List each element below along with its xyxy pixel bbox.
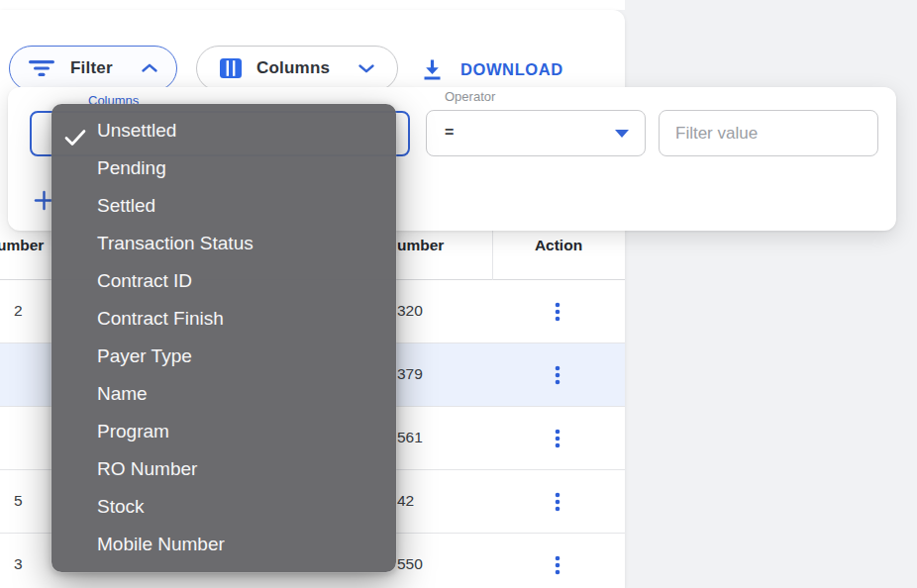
menu-item-pending[interactable]: Pending — [51, 149, 396, 187]
row-actions-button[interactable] — [549, 555, 566, 575]
operator-select[interactable]: = — [426, 110, 646, 156]
table-header-col1: umber — [0, 237, 44, 254]
menu-item-transaction-status[interactable]: Transaction Status — [51, 225, 396, 262]
row-actions-button[interactable] — [549, 492, 566, 512]
top-strip — [0, 0, 625, 10]
row-actions-button[interactable] — [549, 429, 566, 448]
screen: Filter Columns DOWNLOAD umber umber Acti… — [0, 0, 917, 588]
menu-item-label: Pending — [97, 157, 166, 178]
table-header-col2: umber — [397, 237, 444, 254]
menu-item-settled[interactable]: Settled — [51, 187, 396, 225]
table-cell: 379 — [397, 365, 423, 383]
menu-item-label: Stock — [97, 496, 145, 517]
table-cell: 320 — [397, 302, 423, 320]
table-cell: 2 — [14, 302, 23, 320]
menu-item-program[interactable]: Program — [51, 413, 396, 450]
menu-item-label: Mobile Number — [97, 534, 225, 554]
menu-item-contract-id[interactable]: Contract ID — [51, 262, 396, 300]
columns-button-label: Columns — [256, 58, 344, 78]
menu-item-name[interactable]: Name — [51, 375, 396, 413]
table-cell: 550 — [397, 555, 423, 573]
menu-item-label: Payer Type — [97, 345, 192, 366]
row-actions-button[interactable] — [549, 365, 566, 385]
menu-item-contract-finish[interactable]: Contract Finish — [51, 300, 396, 338]
table-header-action: Action — [528, 237, 589, 254]
menu-item-payer-type[interactable]: Payer Type — [51, 338, 396, 375]
menu-item-label: Unsettled — [97, 120, 176, 141]
menu-item-label: Transaction Status — [97, 233, 254, 253]
filter-button[interactable]: Filter — [9, 46, 177, 91]
columns-icon — [219, 57, 243, 79]
operator-label: Operator — [440, 89, 500, 104]
menu-item-label: Contract ID — [97, 270, 192, 291]
menu-item-label: Name — [97, 383, 148, 404]
caret-down-icon — [615, 130, 629, 138]
operator-value: = — [445, 124, 454, 142]
download-button-label: DOWNLOAD — [460, 60, 563, 79]
table-cell: 42 — [397, 492, 414, 510]
column-select-dropdown: Unsettled Pending Settled Transaction St… — [51, 104, 396, 572]
menu-item-label: Settled — [97, 195, 155, 216]
menu-item-label: RO Number — [97, 458, 197, 479]
table-cell: 561 — [397, 429, 423, 446]
table-cell: 3 — [14, 555, 23, 573]
menu-item-label: Contract Finish — [97, 308, 224, 329]
chevron-up-icon — [141, 62, 158, 74]
table-cell: 5 — [14, 492, 23, 510]
chevron-down-icon — [357, 62, 375, 74]
menu-item-mobile-number[interactable]: Mobile Number — [51, 526, 396, 563]
check-icon — [64, 122, 86, 140]
columns-button[interactable]: Columns — [196, 46, 398, 91]
filter-button-label: Filter — [70, 58, 126, 78]
menu-item-ro-number[interactable]: RO Number — [51, 450, 396, 488]
menu-item-label: Program — [97, 421, 169, 441]
download-icon — [420, 57, 445, 81]
filter-value-input[interactable] — [659, 110, 878, 156]
menu-item-stock[interactable]: Stock — [51, 488, 396, 526]
menu-item-unsettled[interactable]: Unsettled — [51, 112, 396, 149]
filter-icon — [28, 59, 55, 77]
download-button[interactable]: DOWNLOAD — [420, 48, 563, 91]
row-actions-button[interactable] — [549, 302, 566, 322]
